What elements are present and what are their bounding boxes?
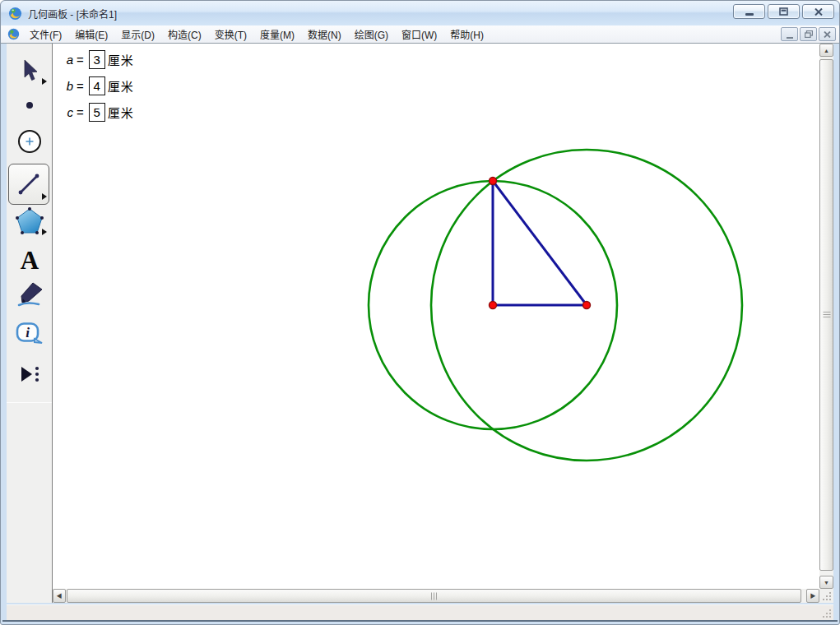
text-tool-icon: A (21, 248, 39, 273)
parameter-list: a = 3 厘米 b = 4 厘米 c = 5 厘米 (65, 49, 134, 123)
triangle-segment-AC[interactable] (493, 181, 587, 305)
selection-arrow-icon (19, 58, 40, 83)
equals-sign: = (77, 53, 84, 67)
circle-icon (16, 128, 43, 155)
toolbar-separator (7, 402, 52, 403)
parameter-value-box[interactable]: 5 (89, 103, 105, 122)
flyout-arrow-icon[interactable] (42, 229, 47, 235)
equals-sign: = (77, 105, 84, 119)
vertical-scrollbar-thumb[interactable] (819, 59, 833, 571)
scrollbar-corner (819, 589, 833, 603)
segment-icon (13, 169, 44, 200)
marker-icon (15, 280, 44, 308)
parameter-unit: 厘米 (108, 51, 134, 68)
minimize-button[interactable] (733, 4, 765, 19)
parameter-value-box[interactable]: 3 (89, 50, 105, 69)
parameter-unit: 厘米 (108, 77, 134, 95)
scrollbar-grip-icon (431, 592, 438, 600)
marker-tool[interactable] (11, 276, 49, 312)
segment-tool[interactable] (8, 164, 49, 205)
parameter-name: c (65, 105, 73, 119)
scroll-right-button[interactable]: ▶ (806, 589, 819, 603)
horizontal-scrollbar[interactable]: ◀ ▶ (53, 589, 819, 603)
window-controls (733, 4, 834, 19)
vertical-scrollbar[interactable]: ▲ ▼ (819, 44, 833, 589)
resize-grip-icon[interactable] (823, 609, 832, 618)
mdi-window-controls (781, 27, 836, 41)
mdi-restore-icon (805, 30, 813, 38)
menu-app-icon (7, 28, 20, 40)
scroll-left-button[interactable]: ◀ (53, 589, 66, 603)
point-A[interactable] (490, 178, 497, 185)
minimize-icon (745, 13, 754, 16)
mdi-restore-button[interactable] (800, 27, 817, 41)
point-icon (24, 100, 35, 111)
menu-measure[interactable]: 度量(M) (253, 25, 301, 43)
scroll-down-button[interactable]: ▼ (819, 576, 833, 589)
menu-data[interactable]: 数据(N) (301, 25, 348, 43)
information-icon: i (15, 322, 44, 348)
point-C[interactable] (583, 302, 591, 309)
polygon-tool[interactable] (11, 203, 49, 239)
polygon-icon (14, 206, 45, 236)
restore-icon (779, 7, 788, 16)
menu-display[interactable]: 显示(D) (114, 25, 161, 43)
close-icon (814, 8, 823, 16)
menu-file[interactable]: 文件(F) (23, 25, 68, 43)
sketch-canvas[interactable]: a = 3 厘米 b = 4 厘米 c = 5 厘米 (53, 44, 819, 589)
restore-button[interactable] (768, 4, 800, 19)
close-button[interactable] (802, 4, 834, 19)
parameter-value-box[interactable]: 4 (89, 76, 105, 95)
app-logo-icon (8, 7, 22, 21)
custom-tool[interactable] (11, 356, 49, 392)
left-arrow-icon: ◀ (57, 593, 63, 599)
parameter-a: a = 3 厘米 (65, 49, 134, 70)
scrollbar-grip-icon (823, 312, 830, 318)
horizontal-scrollbar-thumb[interactable] (67, 589, 801, 603)
status-bar (7, 604, 833, 620)
mdi-minimize-icon (787, 37, 793, 39)
menu-bar: 文件(F) 编辑(E) 显示(D) 构造(C) 变换(T) 度量(M) 数据(N… (1, 25, 839, 44)
window-bottom-edge (2, 620, 838, 622)
circle-tool[interactable] (11, 123, 49, 160)
flyout-arrow-icon[interactable] (42, 193, 47, 200)
resize-grip-icon[interactable] (823, 592, 832, 601)
selection-arrow-tool[interactable] (11, 53, 49, 89)
scroll-up-button[interactable]: ▲ (819, 44, 833, 57)
svg-text:i: i (26, 325, 30, 340)
tool-palette: A i (7, 44, 53, 603)
information-tool[interactable]: i (11, 317, 49, 353)
window-title: 几何画板 - [未命名1] (28, 7, 117, 21)
point-B[interactable] (490, 302, 497, 309)
text-tool[interactable]: A (11, 242, 49, 278)
up-arrow-icon: ▲ (824, 48, 829, 53)
geometry-svg (53, 44, 819, 589)
menu-window[interactable]: 窗口(W) (395, 25, 443, 43)
menu-transform[interactable]: 变换(T) (208, 25, 253, 43)
parameter-unit: 厘米 (108, 104, 134, 121)
flyout-arrow-icon[interactable] (42, 78, 47, 85)
parameter-name: a (65, 53, 73, 67)
mdi-close-icon (824, 31, 831, 38)
mdi-minimize-button[interactable] (781, 27, 798, 41)
parameter-b: b = 4 厘米 (65, 76, 134, 96)
mdi-close-button[interactable] (819, 27, 836, 41)
menu-edit[interactable]: 编辑(E) (68, 25, 114, 43)
right-arrow-icon: ▶ (810, 593, 816, 599)
parameter-c: c = 5 厘米 (65, 102, 134, 123)
app-window: 几何画板 - [未命名1] 文件(F) 编 (0, 0, 840, 625)
menu-construct[interactable]: 构造(C) (161, 25, 208, 43)
parameter-name: b (65, 79, 73, 93)
menu-help[interactable]: 帮助(H) (443, 25, 490, 43)
point-tool[interactable] (11, 87, 49, 123)
custom-tool-icon (17, 362, 42, 387)
menu-graph[interactable]: 绘图(G) (348, 25, 395, 43)
down-arrow-icon: ▼ (824, 580, 829, 586)
title-bar: 几何画板 - [未命名1] (1, 1, 839, 25)
equals-sign: = (77, 79, 84, 93)
